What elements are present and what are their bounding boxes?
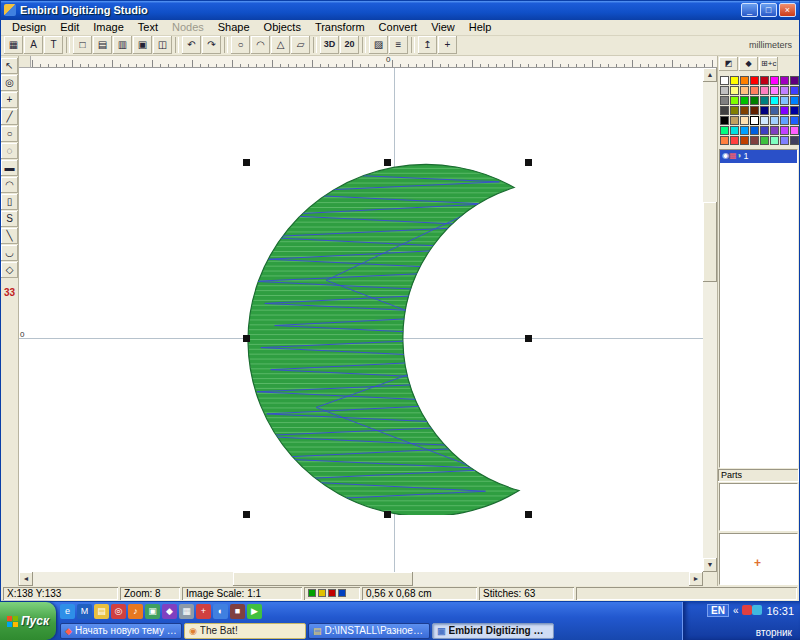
outline-tool[interactable]: ◠ <box>1 177 18 193</box>
color-swatch[interactable] <box>720 96 729 105</box>
color-swatch[interactable] <box>790 96 799 105</box>
ellipse-tool-button[interactable]: ○ <box>231 36 250 54</box>
menu-objects[interactable]: Objects <box>257 20 308 34</box>
color-swatch[interactable] <box>760 86 769 95</box>
color-swatch[interactable] <box>740 116 749 125</box>
color-swatch[interactable] <box>720 76 729 85</box>
menu-help[interactable]: Help <box>462 20 499 34</box>
lettering-button[interactable]: A <box>24 36 43 54</box>
color-swatch[interactable] <box>770 116 779 125</box>
scroll-up-button[interactable] <box>703 68 717 82</box>
selection-handle[interactable] <box>243 511 250 518</box>
maximize-button[interactable]: □ <box>760 3 777 17</box>
color-swatch[interactable] <box>750 96 759 105</box>
color-swatch[interactable] <box>760 136 769 145</box>
pointer-tool[interactable]: ↖ <box>1 58 18 74</box>
color-swatch[interactable] <box>790 86 799 95</box>
color-swatch[interactable] <box>740 106 749 115</box>
color-swatch[interactable] <box>740 96 749 105</box>
vertical-scroll-track[interactable] <box>703 82 717 558</box>
center-origin-button[interactable]: + <box>438 36 457 54</box>
ql-desktop[interactable]: ▦ <box>179 604 194 619</box>
tray-collapse-icon[interactable]: « <box>733 605 739 616</box>
open-design-button[interactable]: ▤ <box>93 36 112 54</box>
curve-tool[interactable]: S <box>1 211 18 227</box>
parts-list[interactable] <box>719 483 798 531</box>
move-up-button[interactable]: ↥ <box>418 36 437 54</box>
color-swatch[interactable] <box>770 136 779 145</box>
color-swatch[interactable] <box>760 116 769 125</box>
scroll-down-button[interactable] <box>703 558 717 572</box>
color-swatch[interactable] <box>730 76 739 85</box>
line-tool[interactable]: ╲ <box>1 228 18 244</box>
color-swatch[interactable] <box>770 86 779 95</box>
color-swatch[interactable] <box>790 116 799 125</box>
stitch-style-button[interactable]: ◩ <box>719 57 738 71</box>
vertical-scrollbar[interactable] <box>703 68 717 572</box>
text-tool-button[interactable]: T <box>44 36 63 54</box>
taskbar-task-0[interactable]: ◆Начать новую тему :: В... <box>60 623 182 639</box>
taskbar-task-3[interactable]: ▣Embird Digitizing Stud... <box>432 623 554 639</box>
ql-media-player[interactable]: ◎ <box>111 604 126 619</box>
redo-button[interactable]: ↷ <box>202 36 221 54</box>
menu-view[interactable]: View <box>424 20 462 34</box>
color-swatch[interactable] <box>740 126 749 135</box>
selection-handle[interactable] <box>525 159 532 166</box>
menu-nodes[interactable]: Nodes <box>165 20 211 34</box>
minimize-button[interactable]: _ <box>741 3 758 17</box>
lasso-tool[interactable]: ◌ <box>1 143 18 159</box>
design-canvas[interactable]: 0 <box>19 68 703 572</box>
arc-tool[interactable]: ◡ <box>1 245 18 261</box>
selection-handle[interactable] <box>243 335 250 342</box>
color-swatch[interactable] <box>720 116 729 125</box>
ql-folder[interactable]: ▤ <box>94 604 109 619</box>
column-tool-button[interactable]: ▱ <box>291 36 310 54</box>
new-design-button[interactable]: □ <box>73 36 92 54</box>
color-swatch[interactable] <box>780 86 789 95</box>
tray-icon-blue[interactable] <box>752 605 762 615</box>
close-button[interactable]: × <box>779 3 796 17</box>
color-swatch[interactable] <box>730 106 739 115</box>
color-swatch[interactable] <box>740 76 749 85</box>
ellipse-select-tool[interactable]: ○ <box>1 126 18 142</box>
triangle-tool-button[interactable]: △ <box>271 36 290 54</box>
ql-antivirus[interactable]: + <box>196 604 211 619</box>
selection-handle[interactable] <box>384 511 391 518</box>
language-indicator[interactable]: EN <box>707 604 729 617</box>
ql-messenger[interactable]: ◆ <box>162 604 177 619</box>
color-swatch[interactable] <box>780 126 789 135</box>
arc-tool-button[interactable]: ◠ <box>251 36 270 54</box>
selection-handle[interactable] <box>243 159 250 166</box>
menu-edit[interactable]: Edit <box>53 20 86 34</box>
color-swatch[interactable] <box>750 86 759 95</box>
horizontal-scroll-thumb[interactable] <box>233 572 413 586</box>
color-swatch[interactable] <box>780 106 789 115</box>
color-swatch[interactable] <box>750 116 759 125</box>
color-swatch[interactable] <box>730 136 739 145</box>
tray-icon-red[interactable] <box>742 605 752 615</box>
undo-button[interactable]: ↶ <box>182 36 201 54</box>
color-swatch[interactable] <box>790 136 799 145</box>
color-swatch[interactable] <box>750 136 759 145</box>
color-swatch[interactable] <box>730 116 739 125</box>
ql-internet-explorer[interactable]: e <box>60 604 75 619</box>
scroll-right-button[interactable] <box>689 572 703 586</box>
parameters-button[interactable]: ≡ <box>389 36 408 54</box>
color-swatch[interactable] <box>770 76 779 85</box>
color-swatch[interactable] <box>720 86 729 95</box>
stitch-simulator-button[interactable]: 20 <box>340 36 359 54</box>
node-edit-tool[interactable]: ◇ <box>1 262 18 278</box>
color-swatch[interactable] <box>760 126 769 135</box>
open-image-button[interactable]: ▥ <box>113 36 132 54</box>
color-swatch[interactable] <box>730 86 739 95</box>
color-swatch[interactable] <box>720 126 729 135</box>
selection-handle[interactable] <box>384 159 391 166</box>
copy-button[interactable]: ◫ <box>153 36 172 54</box>
crescent-design-object[interactable] <box>247 163 529 515</box>
color-swatch[interactable] <box>790 106 799 115</box>
menu-convert[interactable]: Convert <box>372 20 425 34</box>
color-swatch[interactable] <box>780 76 789 85</box>
color-swatch[interactable] <box>780 136 789 145</box>
color-swatch[interactable] <box>750 126 759 135</box>
ql-browser[interactable]: ◐ <box>213 604 228 619</box>
